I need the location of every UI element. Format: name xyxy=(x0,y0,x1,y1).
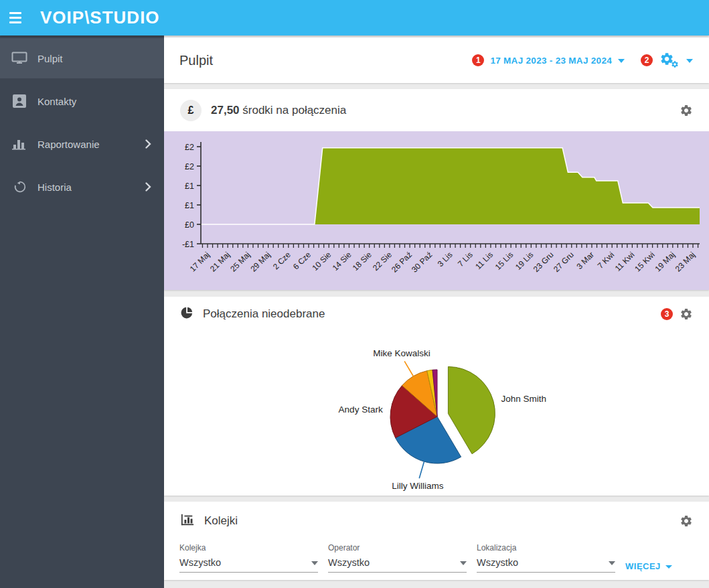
filter-label: Kolejka xyxy=(179,543,318,553)
queues-title: Kolejki xyxy=(204,514,680,528)
svg-text:7 Lis: 7 Lis xyxy=(456,250,475,269)
monitor-icon xyxy=(11,50,28,66)
svg-text:11 Kwi: 11 Kwi xyxy=(613,250,637,273)
filter-lokalizacja: LokalizacjaWszystko xyxy=(477,543,615,573)
sidebar-item-pulpit[interactable]: Pulpit xyxy=(0,38,164,78)
svg-text:Lilly Williams: Lilly Williams xyxy=(392,481,443,491)
app-logo: VOIP\STUDIO xyxy=(40,7,160,28)
svg-text:£1: £1 xyxy=(185,201,194,210)
svg-text:3 Lis: 3 Lis xyxy=(436,250,455,269)
svg-text:21 Maj: 21 Maj xyxy=(208,250,232,273)
missed-calls-pie-chart: John SmithLilly WilliamsAndy StarkMike K… xyxy=(164,332,709,496)
sidebar-item-label: Raportowanie xyxy=(37,139,145,150)
filter-value: Wszystko xyxy=(328,557,460,568)
select-caret-icon xyxy=(311,561,318,565)
more-button[interactable]: WIĘCEJ xyxy=(625,559,672,573)
queues-chart-icon xyxy=(180,513,195,529)
sidebar-item-historia[interactable]: Historia xyxy=(0,167,164,207)
missed-calls-card: Połączenia nieodebrane 3 John SmithLilly… xyxy=(164,297,709,496)
svg-text:27 Gru: 27 Gru xyxy=(552,250,576,274)
more-caret-icon xyxy=(665,565,672,569)
sidebar-item-label: Historia xyxy=(37,181,145,193)
date-range-selector[interactable]: 17 MAJ 2023 - 23 MAJ 2024 xyxy=(490,56,612,66)
svg-text:10 Sie: 10 Sie xyxy=(310,250,333,273)
svg-text:15 Lis: 15 Lis xyxy=(493,250,516,272)
missed-calls-badge: 3 xyxy=(661,308,673,320)
chevron-right-icon xyxy=(145,182,152,192)
missed-calls-gear-icon[interactable] xyxy=(680,307,693,321)
hamburger-menu-icon[interactable] xyxy=(0,0,31,35)
queues-filters: KolejkaWszystkoOperatorWszystkoLokalizac… xyxy=(179,543,709,573)
funds-card-title: 27,50 środki na połączenia xyxy=(211,104,680,117)
pound-icon: £ xyxy=(180,100,202,121)
sidebar-item-raportowanie[interactable]: Raportowanie xyxy=(0,124,164,164)
missed-calls-title: Połączenia nieodebrane xyxy=(203,307,661,321)
funds-amount: 27,50 xyxy=(211,104,240,117)
queues-card: Kolejki KolejkaWszystkoOperatorWszystkoL… xyxy=(164,502,709,580)
svg-text:15 Kwi: 15 Kwi xyxy=(633,250,656,273)
select-caret-icon xyxy=(609,561,615,565)
svg-text:18 Sie: 18 Sie xyxy=(351,250,374,273)
select-caret-icon xyxy=(460,561,467,565)
funds-label: środki na połączenia xyxy=(242,104,346,117)
filter-select[interactable]: Wszystko xyxy=(328,557,467,573)
sidebar-item-label: Pulpit xyxy=(37,53,152,64)
funds-area-chart: £2£2£1£1£0-£117 Maj21 Maj25 Maj29 Maj2 C… xyxy=(164,131,709,290)
filter-select[interactable]: Wszystko xyxy=(477,557,615,573)
sidebar-item-kontakty[interactable]: Kontakty xyxy=(0,81,164,121)
date-range-caret-icon[interactable] xyxy=(618,59,625,63)
svg-text:£2: £2 xyxy=(185,143,194,152)
svg-text:6 Cze: 6 Cze xyxy=(291,250,313,271)
svg-text:Andy Stark: Andy Stark xyxy=(339,405,383,415)
contacts-icon xyxy=(11,93,28,109)
svg-text:£2: £2 xyxy=(185,162,194,171)
bar-chart-icon xyxy=(11,136,28,152)
page-header: Pulpit 1 17 MAJ 2023 - 23 MAJ 2024 2 xyxy=(164,38,709,83)
more-label: WIĘCEJ xyxy=(625,561,661,571)
date-range-badge: 1 xyxy=(472,54,484,66)
svg-text:14 Sie: 14 Sie xyxy=(331,250,353,273)
svg-text:17 Maj: 17 Maj xyxy=(188,250,212,273)
svg-text:£1: £1 xyxy=(185,181,194,191)
sidebar-nav: PulpitKontaktyRaportowanieHistoria xyxy=(0,35,164,588)
filter-select[interactable]: Wszystko xyxy=(179,557,318,573)
page-title: Pulpit xyxy=(179,53,472,68)
svg-text:30 Paź: 30 Paź xyxy=(410,250,434,274)
svg-text:2 Cze: 2 Cze xyxy=(271,250,293,271)
queues-gear-icon[interactable] xyxy=(680,514,693,528)
filter-label: Lokalizacja xyxy=(477,543,615,553)
svg-text:£0: £0 xyxy=(185,220,194,230)
svg-text:John Smith: John Smith xyxy=(501,394,546,404)
svg-text:-£1: -£1 xyxy=(182,240,194,249)
top-app-bar: VOIP\STUDIO xyxy=(0,0,709,35)
sidebar-item-label: Kontakty xyxy=(37,96,152,107)
svg-text:29 Maj: 29 Maj xyxy=(248,250,272,273)
filter-operator: OperatorWszystko xyxy=(328,543,467,573)
svg-text:26 Paź: 26 Paź xyxy=(390,250,414,274)
dashboard-settings-gears-icon[interactable] xyxy=(659,52,680,69)
svg-text:3 Mar: 3 Mar xyxy=(574,250,596,271)
main-content: Pulpit 1 17 MAJ 2023 - 23 MAJ 2024 2 £ 2… xyxy=(164,0,709,588)
chevron-right-icon xyxy=(145,139,152,149)
pie-chart-icon xyxy=(180,306,193,322)
svg-text:23 Gru: 23 Gru xyxy=(532,250,556,274)
funds-card-gear-icon[interactable] xyxy=(680,104,693,117)
settings-caret-icon[interactable] xyxy=(686,59,693,63)
funds-card: £ 27,50 środki na połączenia £2£2£1£1£0-… xyxy=(164,89,709,290)
settings-badge: 2 xyxy=(641,54,653,66)
svg-text:25 Maj: 25 Maj xyxy=(228,250,252,273)
svg-text:11 Lis: 11 Lis xyxy=(473,250,495,271)
svg-text:19 Maj: 19 Maj xyxy=(653,250,677,273)
filter-kolejka: KolejkaWszystko xyxy=(179,543,318,573)
history-icon xyxy=(11,179,28,195)
filter-label: Operator xyxy=(328,543,467,553)
filter-value: Wszystko xyxy=(477,557,609,568)
svg-text:23 Maj: 23 Maj xyxy=(674,250,697,273)
svg-text:Mike Kowalski: Mike Kowalski xyxy=(373,348,430,358)
filter-value: Wszystko xyxy=(179,557,311,568)
